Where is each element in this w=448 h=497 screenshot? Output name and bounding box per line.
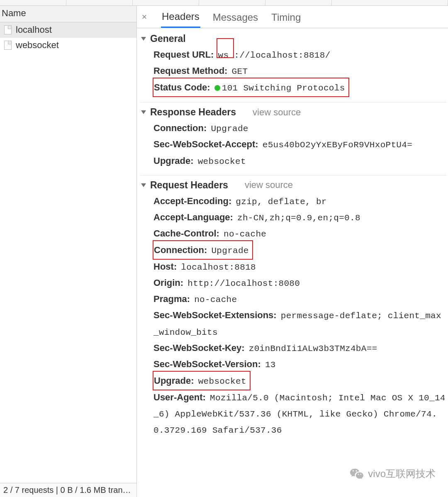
section-title: Request Headers (150, 180, 228, 191)
kv-user-agent: User-Agent: Mozilla/5.0 (Macintosh; Inte… (153, 390, 446, 438)
request-list: localhost websocket (0, 22, 136, 483)
response-headers-list: Connection: Upgrade Sec-WebSocket-Accept… (140, 119, 446, 173)
general-list: Request URL: ws ://localhost:8818/ Reque… (140, 45, 446, 100)
kv-sec-ws-key: Sec-WebSocket-Key: z0inBndIi1ALw3b3TMz4b… (153, 340, 446, 356)
highlight-box: Upgrade: websocket (153, 371, 251, 390)
close-icon[interactable]: × (139, 12, 149, 22)
kv-sec-ws-ver: Sec-WebSocket-Version: 13 (153, 356, 446, 373)
highlight-box: Connection: Upgrade (153, 240, 253, 260)
tab-timing[interactable]: Timing (270, 7, 302, 27)
section-title: Response Headers (150, 107, 236, 118)
kv-sec-ws-accept: Sec-WebSocket-Accept: e5us40bO2yYxEByFoR… (153, 136, 446, 153)
divider (140, 102, 446, 102)
request-item-label: localhost (16, 24, 52, 35)
section-request-headers[interactable]: Request Headers view source (140, 177, 446, 192)
request-list-sidebar: Name localhost websocket 2 / 7 requests … (0, 6, 137, 497)
kv-accept-encoding: Accept-Encoding: gzip, deflate, br (153, 193, 446, 210)
highlight-box: Status Code: 101 Switching Protocols (153, 78, 349, 97)
kv-host: Host: localhost:8818 (153, 259, 446, 275)
kv-upgrade: Upgrade: websocket (153, 153, 446, 169)
kv-sec-ws-ext: Sec-WebSocket-Extensions: permessage-def… (153, 307, 446, 340)
kv-accept-language: Accept-Language: zh-CN,zh;q=0.9,en;q=0.8 (153, 210, 446, 226)
kv-status-code: Status Code: 101 Switching Protocols (153, 79, 446, 96)
kv-cache-control: Cache-Control: no-cache (153, 226, 446, 242)
kv-upgrade: Upgrade: websocket (153, 373, 446, 390)
divider (140, 175, 446, 175)
file-icon (4, 41, 12, 50)
kv-origin: Origin: http://localhost:8080 (153, 275, 446, 291)
request-item-localhost[interactable]: localhost (0, 22, 136, 38)
view-source-link[interactable]: view source (245, 180, 293, 190)
request-item-websocket[interactable]: websocket (0, 38, 136, 53)
sidebar-title: Name (2, 8, 26, 18)
view-source-link[interactable]: view source (253, 107, 301, 118)
chevron-down-icon[interactable] (141, 37, 146, 41)
section-response-headers[interactable]: Response Headers view source (140, 104, 446, 119)
request-headers-list: Accept-Encoding: gzip, deflate, br Accep… (140, 192, 446, 443)
status-dot-icon (214, 85, 220, 91)
file-icon (4, 25, 12, 34)
status-bar: 2 / 7 requests | 0 B / 1.6 MB tran… (0, 483, 136, 497)
top-column-headers (0, 0, 448, 6)
section-general-header[interactable]: General (140, 31, 446, 45)
request-item-label: websocket (16, 40, 59, 51)
kv-request-url: Request URL: ws ://localhost:8818/ (153, 47, 446, 63)
chevron-down-icon[interactable] (141, 183, 146, 187)
section-title: General (150, 33, 186, 44)
wechat-icon (350, 468, 364, 480)
kv-connection: Connection: Upgrade (153, 242, 446, 259)
details-pane: × Headers Messages Timing General Reques… (137, 6, 448, 497)
detail-tabs: × Headers Messages Timing (137, 6, 448, 28)
kv-request-method: Request Method: GET (153, 63, 446, 79)
kv-pragma: Pragma: no-cache (153, 291, 446, 307)
kv-connection: Connection: Upgrade (153, 120, 446, 136)
tab-messages[interactable]: Messages (212, 7, 259, 27)
watermark-text: vivo互联网技术 (368, 467, 436, 480)
watermark: vivo互联网技术 (350, 467, 436, 480)
tab-headers[interactable]: Headers (161, 6, 200, 28)
chevron-down-icon[interactable] (141, 110, 146, 114)
headers-content: General Request URL: ws ://localhost:881… (137, 28, 448, 497)
sidebar-header: Name (0, 6, 136, 22)
